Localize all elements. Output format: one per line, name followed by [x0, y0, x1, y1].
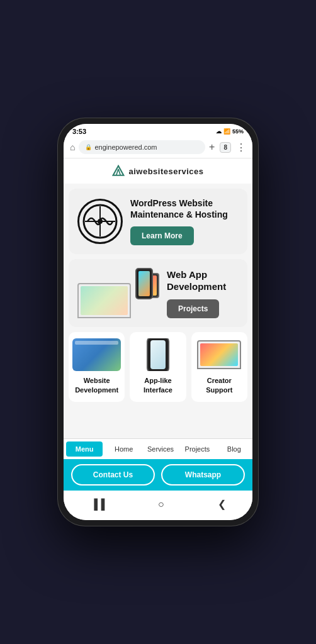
nav-services[interactable]: Services — [142, 440, 179, 458]
contact-us-button[interactable]: Contact Us — [71, 464, 155, 486]
webapp-card-content: Web App Development Projects — [167, 269, 239, 318]
phone-device-1 — [135, 268, 153, 299]
whatsapp-button[interactable]: Whatsapp — [161, 464, 245, 486]
brand-logo — [112, 165, 125, 177]
lock-icon: 🔒 — [85, 144, 92, 150]
browser-actions: + 8 ⋮ — [209, 142, 246, 153]
new-tab-button[interactable]: + — [209, 142, 215, 153]
webapp-card-title: Web App Development — [167, 269, 239, 293]
devices-illustration — [77, 268, 159, 318]
projects-button[interactable]: Projects — [167, 299, 219, 318]
wordpress-card: WordPress Website Maintenance & Hosting … — [69, 189, 247, 254]
phone-frame: 3:53 ☁ 📶 55% ⌂ 🔒 enginepowered.com + 8 ⋮ — [57, 118, 259, 526]
wordpress-card-content: WordPress Website Maintenance & Hosting … — [130, 197, 239, 245]
status-bar: 3:53 ☁ 📶 55% — [64, 124, 252, 138]
page-content: aiwebsiteservices WordPress Website Main… — [64, 158, 252, 438]
tab-count[interactable]: 8 — [220, 142, 231, 153]
service-label-creator: Creator Support — [195, 376, 244, 394]
webapp-card: Web App Development Projects — [69, 259, 247, 327]
nav-menu[interactable]: Menu — [66, 441, 103, 457]
service-label-app: App-like Interface — [133, 376, 182, 394]
address-bar: ⌂ 🔒 enginepowered.com + 8 ⋮ — [64, 138, 252, 158]
website-thumb — [72, 338, 121, 371]
brand-header: aiwebsiteservices — [64, 158, 252, 184]
nav-home[interactable]: Home — [105, 440, 142, 458]
android-recents-button[interactable]: ▐▐ — [82, 496, 112, 513]
battery-indicator: 55% — [232, 128, 244, 135]
android-back-button[interactable]: ❮ — [210, 496, 234, 513]
browser-menu-button[interactable]: ⋮ — [236, 142, 246, 153]
signal-strength: 📶 — [223, 128, 230, 135]
android-nav-bar: ▐▐ ○ ❮ — [64, 491, 252, 520]
home-icon[interactable]: ⌂ — [70, 142, 75, 152]
status-time: 3:53 — [72, 128, 86, 135]
service-item-website[interactable]: Website Development — [69, 332, 125, 402]
url-text: enginepowered.com — [94, 143, 157, 151]
cta-bar: Contact Us Whatsapp — [64, 459, 252, 491]
brand-name: aiwebsiteservices — [128, 167, 203, 176]
app-thumb — [133, 338, 182, 371]
creator-thumb — [195, 338, 244, 371]
learn-more-button[interactable]: Learn More — [130, 226, 194, 245]
wordpress-card-title: WordPress Website Maintenance & Hosting — [130, 197, 239, 220]
status-icons: ☁ 📶 55% — [216, 128, 244, 135]
nav-blog[interactable]: Blog — [216, 440, 252, 458]
network-icon: ☁ — [216, 128, 222, 135]
services-grid: Website Development App-like Interface C… — [69, 332, 247, 402]
nav-projects[interactable]: Projects — [179, 440, 215, 458]
website-screen — [72, 338, 121, 371]
url-box[interactable]: 🔒 enginepowered.com — [79, 140, 205, 154]
creator-screen — [197, 340, 241, 369]
bottom-nav: Menu Home Services Projects Blog — [64, 438, 252, 459]
service-item-creator[interactable]: Creator Support — [191, 332, 247, 402]
service-item-app[interactable]: App-like Interface — [130, 332, 186, 402]
phone-screen: 3:53 ☁ 📶 55% ⌂ 🔒 enginepowered.com + 8 ⋮ — [64, 124, 252, 520]
wordpress-logo — [77, 199, 123, 244]
service-label-website: Website Development — [72, 376, 121, 394]
android-home-button[interactable]: ○ — [150, 496, 172, 513]
laptop-device — [77, 283, 131, 318]
app-phone-screen — [147, 338, 169, 371]
